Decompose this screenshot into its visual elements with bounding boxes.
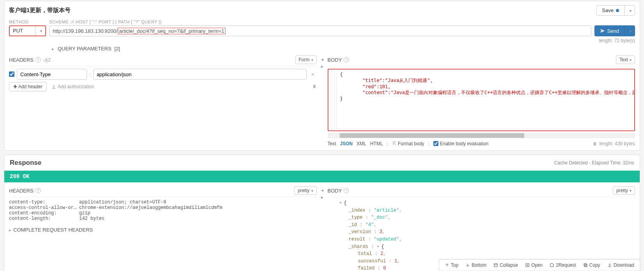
response-head: Response Cache Detected - Elapsed Time: …	[4, 155, 640, 171]
request-top-row: 客户端1更新，带版本号 Save	[9, 5, 635, 16]
url-col: SCHEME :// HOST [ ":" PORT ] [ PATH [ "?…	[49, 20, 591, 36]
tree-toggle-icon[interactable]: ▾	[339, 200, 344, 207]
save-label: Save	[596, 5, 624, 15]
add-authorization-button[interactable]: Add authorization	[51, 84, 94, 89]
trash-icon[interactable]	[593, 141, 597, 146]
scheme-label: SCHEME :// HOST [ ":" PORT ] [ PATH [ "?…	[49, 20, 591, 24]
tab-json[interactable]: JSON	[340, 141, 353, 146]
request-icon	[550, 263, 554, 267]
unsaved-dot-icon	[616, 9, 619, 12]
help-icon[interactable]: ?	[344, 188, 349, 193]
collapse-right-icon[interactable]: ▸	[321, 194, 323, 200]
request-panel: 客户端1更新，带版本号 Save METHOD PUT SCHEME :// H…	[4, 1, 640, 151]
method-select[interactable]: PUT	[9, 25, 46, 36]
remove-header-icon[interactable]: ×	[309, 71, 317, 77]
complete-request-headers-toggle[interactable]: COMPLETE REQUEST HEADERS	[9, 227, 317, 233]
resp-headers-head: HEADERS ? pretty	[9, 186, 317, 197]
url-host: http://139.196.183.130:9200/	[53, 28, 117, 34]
status-bar: 200 OK	[4, 171, 640, 182]
header-value-input[interactable]	[93, 69, 307, 80]
scrollbar-thumb[interactable]	[340, 133, 524, 138]
resp-headers-format[interactable]: pretty	[294, 186, 316, 195]
bottom-toolbar: Top Bottom Collapse Open 2Request Copy D…	[439, 259, 640, 271]
collapse-left-icon[interactable]: ◂	[321, 57, 323, 62]
request-title: 客户端1更新，带版本号	[9, 7, 71, 14]
response-body-pane: BODY ? pretty ▾{ _index : "article", _ty…	[328, 186, 635, 271]
collapse-icon	[493, 263, 498, 267]
collapse-left-icon[interactable]: ◂	[321, 187, 323, 193]
format-body-button[interactable]: Format body	[392, 141, 424, 146]
top-button[interactable]: Top	[442, 261, 461, 269]
tab-html[interactable]: HTML	[370, 141, 383, 146]
resp-body-title: BODY ?	[328, 188, 349, 194]
horizontal-scrollbar[interactable]	[328, 133, 635, 138]
headers-form-select[interactable]: Form	[295, 55, 317, 64]
to-request-button[interactable]: 2Request	[546, 261, 579, 269]
response-panel: Response Cache Detected - Elapsed Time: …	[4, 155, 640, 271]
save-dropdown[interactable]	[624, 5, 635, 15]
tab-text[interactable]: Text	[328, 141, 336, 146]
format-icon	[392, 141, 397, 145]
body-format-bar: Text JSON XML HTML | Format body | Enabl…	[328, 141, 635, 146]
tree-toggle-icon[interactable]: ▾	[377, 243, 381, 251]
trash-icon[interactable]	[312, 84, 317, 90]
response-body-wrap: HEADERS ? pretty content-type:applicatio…	[4, 182, 640, 271]
url-input[interactable]: http://139.196.183.130:9200/ article/_do…	[49, 25, 591, 36]
header-checkbox[interactable]	[9, 71, 14, 77]
download-icon	[607, 263, 612, 267]
vertical-divider[interactable]: ◂ ▸	[317, 55, 328, 146]
help-icon[interactable]: ?	[344, 57, 349, 62]
response-headers-list: content-type:application/json; charset=U…	[9, 200, 317, 221]
body-editor[interactable]: { "title":"Java从入门到精通", "red":101, "cont…	[328, 69, 635, 131]
send-main[interactable]: Send	[595, 28, 624, 34]
save-button[interactable]: Save	[596, 5, 635, 16]
copy-button[interactable]: Copy	[580, 261, 603, 269]
arrow-up-icon	[445, 263, 449, 267]
help-icon[interactable]: ?	[35, 188, 41, 193]
resp-headers-title: HEADERS ?	[9, 188, 41, 194]
headers-title-row: HEADERS ? ↓A̲Z	[9, 57, 51, 63]
send-icon	[600, 29, 605, 33]
bottom-button[interactable]: Bottom	[462, 261, 490, 269]
add-header-button[interactable]: ✚ Add header	[9, 82, 47, 91]
svg-rect-4	[584, 264, 586, 266]
header-key-input[interactable]	[17, 69, 87, 80]
send-dropdown[interactable]	[624, 26, 635, 36]
response-headers-pane: HEADERS ? pretty content-type:applicatio…	[9, 186, 317, 271]
request-headers-pane: HEADERS ? ↓A̲Z Form : × ✚ Add header Add…	[9, 55, 317, 146]
arrow-down-icon	[465, 263, 470, 267]
enable-eval-checkbox[interactable]: Enable body evaluation	[433, 141, 489, 146]
open-button[interactable]: Open	[522, 261, 546, 269]
collapse-button[interactable]: Collapse	[490, 261, 521, 269]
cache-info: Cache Detected - Elapsed Time: 32ms	[554, 160, 634, 166]
svg-point-0	[53, 85, 55, 87]
method-dropdown-icon[interactable]	[35, 26, 45, 36]
response-title: Response	[10, 159, 41, 167]
open-icon	[525, 263, 530, 267]
svg-rect-1	[494, 264, 497, 267]
download-button[interactable]: Download	[604, 261, 637, 269]
copy-icon	[583, 263, 588, 267]
sort-icon[interactable]: ↓A̲Z	[43, 57, 51, 62]
method-label: METHOD	[9, 20, 46, 24]
caret-right-icon	[52, 46, 56, 52]
resp-body-head: BODY ? pretty	[328, 186, 635, 197]
header-actions-row: ✚ Add header Add authorization	[9, 82, 317, 91]
body-length-info: length: 439 bytes	[593, 141, 635, 146]
body-type-select[interactable]: Text	[616, 55, 635, 64]
resp-header-row: content-type:application/json; charset=U…	[9, 200, 317, 205]
person-icon	[51, 84, 56, 89]
body-head: BODY ? Text	[328, 55, 635, 66]
send-button[interactable]: Send	[594, 25, 635, 36]
resp-body-format[interactable]: pretty	[613, 186, 635, 195]
query-params-toggle[interactable]: QUERY PARAMETERS [2]	[9, 43, 635, 52]
svg-rect-3	[585, 264, 587, 267]
resp-header-row: content-length:142 bytes	[9, 216, 317, 221]
body-code: { "title":"Java从入门到精通", "red":101, "cont…	[340, 72, 632, 102]
method-value: PUT	[10, 26, 35, 36]
tab-xml[interactable]: XML	[357, 141, 366, 146]
request-split: HEADERS ? ↓A̲Z Form : × ✚ Add header Add…	[9, 55, 635, 146]
vertical-divider[interactable]: ◂ ▸	[317, 186, 328, 271]
collapse-right-icon[interactable]: ▸	[321, 64, 323, 69]
help-icon[interactable]: ?	[35, 57, 41, 62]
